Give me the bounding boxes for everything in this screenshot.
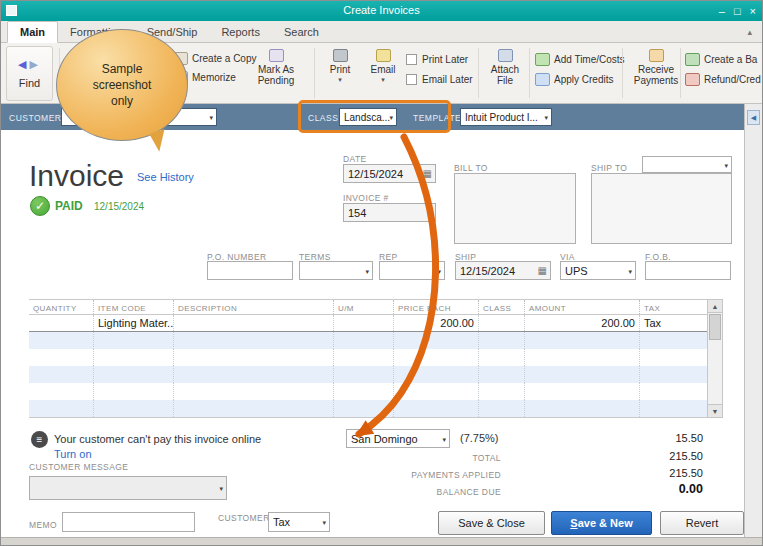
window-controls: – □ × [719, 1, 756, 21]
add-time-costs-button[interactable]: Add Time/Costs [535, 53, 625, 66]
rep-dropdown[interactable]: ▾ [379, 261, 445, 280]
po-number-field[interactable] [207, 261, 293, 280]
close-button[interactable]: × [750, 1, 756, 21]
see-history-link[interactable]: See History [137, 171, 194, 183]
scrollbar-thumb[interactable] [709, 314, 721, 340]
online-payment-notice: Your customer can't pay this invoice onl… [54, 433, 261, 445]
paid-status-badge: PAID [55, 199, 83, 213]
chevron-down-icon: ▾ [724, 162, 728, 170]
apply-credits-button[interactable]: Apply Credits [535, 73, 613, 86]
tax-item-dropdown[interactable]: San Domingo ▾ [346, 429, 450, 448]
column-header[interactable]: AMOUNT [524, 300, 639, 314]
column-header[interactable]: U/M [333, 300, 393, 314]
scroll-down-icon[interactable]: ▼ [708, 404, 722, 417]
customer-message-dropdown[interactable]: ▾ [29, 476, 227, 500]
tax-amount: 15.50 [631, 432, 703, 444]
invoice-number-label: INVOICE # [343, 193, 389, 203]
paperclip-icon [498, 49, 513, 62]
toolbar-divider [680, 48, 681, 98]
minimize-button[interactable]: – [719, 1, 725, 21]
payments-applied-value: 215.50 [631, 467, 703, 479]
template-dropdown[interactable]: Intuit Product I... ▾ [460, 108, 552, 126]
table-scrollbar[interactable]: ▲ ▼ [707, 299, 723, 418]
chevron-down-icon: ▾ [628, 268, 632, 276]
checkbox-icon [406, 74, 417, 85]
revert-button[interactable]: Revert [660, 511, 744, 535]
bill-to-box[interactable] [454, 173, 576, 244]
tab-main[interactable]: Main [7, 21, 58, 43]
checkbox-icon [406, 54, 417, 65]
history-nav: ◀▶ [18, 58, 41, 70]
table-row-empty[interactable] [29, 349, 707, 366]
invoice-number-field[interactable]: 154 [343, 203, 436, 222]
line-items-table: QUANTITY ITEM CODE DESCRIPTION U/M PRICE… [29, 299, 707, 417]
chevron-down-icon: ▾ [442, 436, 446, 444]
print-button[interactable]: Print ▾ [319, 49, 361, 84]
find-label: Find [7, 77, 52, 89]
attach-file-button[interactable]: Attach File [483, 49, 527, 86]
chevron-down-icon: ▾ [322, 519, 326, 527]
window-title: Create Invoices [1, 4, 762, 16]
balloon-tail [149, 129, 170, 153]
save-new-button[interactable]: Save & New [551, 511, 652, 535]
message-icon: ≡ [31, 431, 48, 448]
table-bottom-border [29, 417, 723, 418]
paid-check-icon: ✓ [30, 196, 50, 216]
back-arrow-icon[interactable]: ◀ [18, 58, 29, 70]
table-row-empty[interactable] [29, 383, 707, 400]
ship-to-dropdown[interactable]: ▾ [642, 156, 732, 173]
ship-to-label: SHIP TO [591, 163, 627, 173]
maximize-button[interactable]: □ [734, 1, 741, 21]
table-row-empty[interactable] [29, 400, 707, 417]
memo-input[interactable] [62, 512, 195, 532]
forward-arrow-icon[interactable]: ▶ [30, 58, 41, 70]
column-header[interactable]: ITEM CODE [93, 300, 173, 314]
chevron-down-icon: ▾ [219, 485, 223, 493]
turn-on-link[interactable]: Turn on [54, 448, 92, 460]
email-button[interactable]: Email ▾ [362, 49, 404, 84]
toolbar-divider [478, 48, 479, 98]
collapse-ribbon-icon[interactable]: ▴ [747, 27, 752, 37]
tab-reports[interactable]: Reports [209, 22, 272, 42]
column-header[interactable]: PRICE EACH [393, 300, 478, 314]
column-header[interactable]: TAX [639, 300, 707, 314]
fob-field[interactable] [645, 261, 731, 280]
column-header[interactable]: CLASS [478, 300, 524, 314]
ship-date-field[interactable]: 12/15/2024 ▦ [455, 261, 551, 280]
table-row-empty[interactable] [29, 366, 707, 383]
paid-date: 12/15/2024 [94, 201, 144, 212]
email-later-checkbox[interactable]: Email Later [406, 74, 473, 85]
mark-as-pending-button[interactable]: Mark As Pending [244, 49, 308, 86]
find-button[interactable]: ◀▶ Find [6, 46, 53, 101]
create-batch-button[interactable]: Create a Ba [685, 53, 757, 66]
chevron-down-icon: ▾ [437, 268, 441, 276]
total-value: 215.50 [631, 450, 703, 462]
calendar-icon[interactable]: ▦ [538, 265, 547, 276]
date-field[interactable]: 12/15/2024 ▦ [343, 164, 436, 183]
create-batch-icon [685, 53, 700, 66]
via-dropdown[interactable]: UPS ▾ [560, 261, 636, 280]
email-dropdown-icon[interactable]: ▾ [362, 76, 404, 84]
chevron-down-icon: ▾ [209, 114, 213, 122]
save-close-button[interactable]: Save & Close [438, 511, 545, 535]
refund-credit-button[interactable]: Refund/Cred [685, 73, 761, 86]
receive-payments-button[interactable]: Receive Payments [627, 49, 685, 86]
calendar-icon[interactable]: ▦ [423, 168, 432, 179]
table-row-empty[interactable] [29, 332, 707, 349]
customer-tax-code-dropdown[interactable]: Tax ▾ [268, 512, 330, 532]
customer-label: CUSTOMER [9, 113, 62, 123]
table-row[interactable]: Lighting Mater... 200.00 200.00 Tax [29, 315, 707, 332]
tab-search[interactable]: Search [272, 22, 331, 42]
ship-to-box[interactable] [591, 173, 732, 244]
scroll-up-icon[interactable]: ▲ [708, 300, 722, 313]
receive-payments-icon [649, 49, 664, 62]
column-header[interactable]: QUANTITY [29, 300, 93, 314]
expand-history-panel-icon[interactable]: ◀ [747, 110, 760, 125]
column-header[interactable]: DESCRIPTION [173, 300, 333, 314]
toolbar-divider [314, 48, 315, 98]
print-later-checkbox[interactable]: Print Later [406, 54, 468, 65]
create-invoices-window: Create Invoices – □ × Main Formatting Se… [0, 0, 763, 546]
terms-dropdown[interactable]: ▾ [299, 261, 373, 280]
print-dropdown-icon[interactable]: ▾ [319, 76, 361, 84]
class-highlight-rectangle [298, 100, 451, 133]
